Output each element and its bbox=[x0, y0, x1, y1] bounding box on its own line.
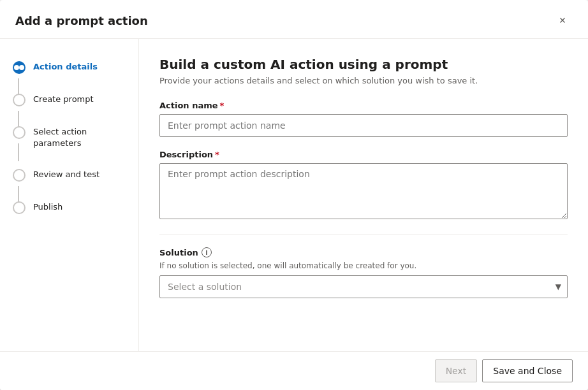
description-textarea[interactable] bbox=[159, 163, 568, 219]
step-connector-3 bbox=[18, 143, 19, 161]
step-item-publish[interactable]: Publish bbox=[0, 194, 138, 220]
step-label-review-and-test: Review and test bbox=[33, 168, 99, 180]
action-name-label: Action name * bbox=[159, 101, 568, 110]
content-heading: Build a custom AI action using a prompt bbox=[159, 57, 568, 72]
modal-header: Add a prompt action × bbox=[0, 0, 588, 39]
step-label-publish: Publish bbox=[33, 201, 62, 213]
action-name-input[interactable] bbox=[159, 114, 568, 137]
content-scroll: Build a custom AI action using a prompt … bbox=[139, 39, 588, 351]
form-group-solution: Solution i If no solution is selected, o… bbox=[159, 247, 568, 298]
form-divider bbox=[159, 234, 568, 235]
modal-title: Add a prompt action bbox=[15, 14, 148, 27]
step-circle-review-and-test bbox=[13, 169, 26, 182]
solution-hint: If no solution is selected, one will aut… bbox=[159, 261, 568, 270]
content-subheading: Provide your actions details and select … bbox=[159, 76, 568, 85]
step-label-create-prompt: Create prompt bbox=[33, 93, 94, 105]
step-item-review-and-test[interactable]: Review and test bbox=[0, 162, 138, 188]
step-label-action-details: Action details bbox=[33, 61, 98, 73]
close-button[interactable]: × bbox=[552, 10, 573, 31]
step-item-select-action-parameters[interactable]: Select action parameters bbox=[0, 119, 138, 155]
solution-select[interactable]: Select a solution bbox=[159, 275, 568, 298]
modal-footer: Next Save and Close bbox=[0, 351, 588, 390]
step-circle-select-action-parameters bbox=[13, 126, 26, 139]
description-label: Description * bbox=[159, 150, 568, 159]
step-circle-create-prompt bbox=[13, 94, 26, 106]
form-group-action-name: Action name * bbox=[159, 101, 568, 137]
form-group-description: Description * bbox=[159, 150, 568, 221]
save-close-button[interactable]: Save and Close bbox=[482, 359, 573, 382]
solution-select-wrapper: Select a solution ▼ bbox=[159, 275, 568, 298]
step-item-create-prompt[interactable]: Create prompt bbox=[0, 87, 138, 113]
modal: Add a prompt action × Action details Cr bbox=[0, 0, 588, 390]
action-name-required: * bbox=[220, 101, 224, 110]
sidebar: Action details Create prompt Select acti… bbox=[0, 39, 139, 351]
description-required: * bbox=[215, 150, 219, 159]
next-button[interactable]: Next bbox=[435, 359, 478, 382]
modal-body: Action details Create prompt Select acti… bbox=[0, 39, 588, 351]
solution-info-icon: i bbox=[202, 247, 212, 257]
step-circle-publish bbox=[13, 201, 26, 214]
solution-label: Solution i bbox=[159, 247, 568, 257]
step-circle-action-details bbox=[13, 61, 26, 74]
modal-overlay: Add a prompt action × Action details Cr bbox=[0, 0, 588, 390]
step-label-select-action-parameters: Select action parameters bbox=[33, 126, 126, 149]
main-content: Build a custom AI action using a prompt … bbox=[139, 39, 588, 351]
step-item-action-details[interactable]: Action details bbox=[0, 54, 138, 80]
